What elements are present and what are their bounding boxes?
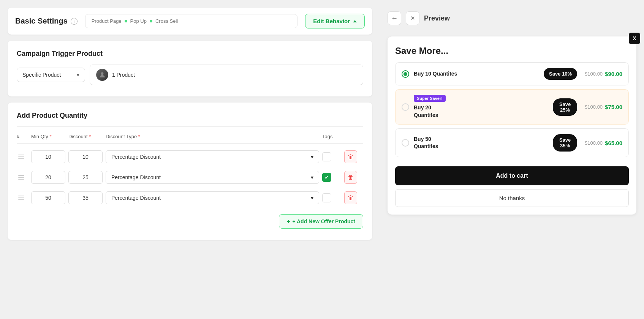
- price-group-2: $100.00 $75.00: [585, 104, 622, 110]
- edit-behavior-label: Edit Behavior: [313, 18, 350, 24]
- offer-info-3: Buy 50Quantites: [414, 136, 548, 150]
- add-to-cart-button[interactable]: Add to cart: [395, 166, 629, 185]
- original-price-2: $100.00: [585, 104, 603, 110]
- table-row: Percentage Discount ▾ 🗑: [17, 167, 363, 188]
- discounted-price-3: $65.00: [605, 140, 622, 146]
- save-badge-2: Save25%: [553, 98, 577, 116]
- back-button[interactable]: ←: [388, 11, 401, 25]
- drag-line: [18, 175, 24, 176]
- offer-row-2[interactable]: Super Saver! Buy 20Quantites Save25% $10…: [395, 89, 629, 125]
- discount-input-1[interactable]: [68, 150, 103, 163]
- discount-type-label-1: Percentage Discount: [111, 154, 161, 160]
- discount-type-label-3: Percentage Discount: [111, 195, 161, 201]
- dot-icon-2: [150, 20, 152, 22]
- original-price-3: $100.00: [585, 140, 603, 146]
- breadcrumb-cross-sell: Cross Sell: [155, 18, 178, 24]
- col-min-qty: Min Qty *: [31, 134, 65, 139]
- breadcrumb-pop-up: Pop Up: [130, 18, 147, 24]
- discounted-price-1: $90.00: [605, 71, 622, 77]
- chevron-down-icon: ▾: [311, 174, 313, 180]
- offer-row-1[interactable]: Buy 10 Quantites Save 10% $100.00 $90.00: [395, 62, 629, 85]
- discount-type-label-2: Percentage Discount: [111, 174, 161, 180]
- table-row: Percentage Discount ▾ 🗑: [17, 188, 363, 208]
- offer-info-2: Super Saver! Buy 20Quantites: [414, 95, 548, 119]
- product-count-label: 1 Product: [112, 72, 135, 78]
- close-button[interactable]: X: [629, 33, 640, 44]
- add-new-offer-product-button[interactable]: + + Add New Offer Product: [279, 214, 363, 229]
- drag-line: [18, 177, 24, 178]
- drag-handle[interactable]: [17, 194, 28, 202]
- table-row: Percentage Discount ▾ 🗑: [17, 147, 363, 167]
- drag-line: [18, 197, 24, 198]
- info-icon[interactable]: i: [71, 18, 78, 25]
- avatar: [96, 69, 108, 81]
- min-qty-input-1[interactable]: [31, 150, 65, 163]
- preview-title: Preview: [424, 14, 450, 22]
- specific-product-dropdown[interactable]: Specific Product ▾: [17, 68, 85, 82]
- campaign-trigger-title: Campaign Trigger Product: [17, 50, 363, 58]
- discount-input-2[interactable]: [68, 171, 103, 184]
- col-tags: Tags: [322, 134, 341, 139]
- super-saver-badge: Super Saver!: [414, 95, 446, 102]
- min-qty-input-3[interactable]: [31, 191, 65, 204]
- header-bar: Basic Settings i Product Page Pop Up Cro…: [8, 8, 372, 35]
- chevron-down-icon: ▾: [77, 72, 79, 78]
- col-discount: Discount *: [68, 134, 103, 139]
- radio-button-3[interactable]: [402, 139, 409, 147]
- breadcrumb-product-page: Product Page: [92, 18, 122, 24]
- price-group-3: $100.00 $65.00: [585, 140, 622, 146]
- offer-label-1: Buy 10 Quantites: [414, 70, 539, 78]
- discount-input-3[interactable]: [68, 191, 103, 204]
- offer-info-1: Buy 10 Quantites: [414, 70, 539, 78]
- tag-checkbox-1[interactable]: [322, 152, 331, 161]
- drag-line: [18, 155, 24, 155]
- radio-button-1[interactable]: [402, 70, 409, 78]
- tag-checkbox-2[interactable]: [322, 173, 331, 182]
- col-hash: #: [17, 134, 28, 139]
- chevron-up-icon: [353, 20, 357, 22]
- save-badge-1: Save 10%: [544, 68, 577, 80]
- trigger-row: Specific Product ▾ 1 Product: [17, 65, 363, 85]
- col-discount-type: Discount Type *: [106, 134, 319, 139]
- chevron-down-icon: ▾: [311, 154, 313, 160]
- drag-line: [18, 158, 24, 159]
- offer-label-2: Buy 20Quantites: [414, 104, 548, 119]
- plus-icon: +: [287, 218, 290, 224]
- delete-button-3[interactable]: 🗑: [344, 191, 357, 204]
- offer-row-3[interactable]: Buy 50Quantites Save35% $100.00 $65.00: [395, 128, 629, 157]
- tag-checkbox-3[interactable]: [322, 193, 331, 202]
- drag-line: [18, 199, 24, 200]
- drag-line: [18, 179, 24, 180]
- edit-behavior-button[interactable]: Edit Behavior: [305, 14, 365, 28]
- discount-type-dropdown-2[interactable]: Percentage Discount ▾: [106, 171, 319, 184]
- min-qty-input-2[interactable]: [31, 171, 65, 184]
- delete-button-2[interactable]: 🗑: [344, 171, 357, 184]
- chevron-down-icon: ▾: [311, 195, 313, 201]
- table-header: # Min Qty * Discount * Discount Type * T…: [17, 130, 363, 144]
- add-product-label: + Add New Offer Product: [292, 218, 355, 224]
- discount-type-dropdown-1[interactable]: Percentage Discount ▾: [106, 150, 319, 163]
- expand-button[interactable]: ✕: [406, 11, 419, 25]
- radio-button-2[interactable]: [402, 103, 409, 111]
- campaign-trigger-section: Campaign Trigger Product Specific Produc…: [8, 41, 372, 96]
- discounted-price-2: $75.00: [605, 104, 622, 110]
- svg-point-0: [101, 72, 104, 75]
- add-product-quantity-section: Add Product Quantity # Min Qty * Discoun…: [8, 103, 372, 240]
- dropdown-label: Specific Product: [22, 72, 61, 78]
- offer-label-3: Buy 50Quantites: [414, 136, 548, 150]
- product-pill: 1 Product: [90, 65, 363, 85]
- right-panel: ← ✕ Preview X Save More... Buy 10 Quanti…: [380, 0, 644, 319]
- save-more-title: Save More...: [395, 46, 629, 56]
- dot-icon: [125, 20, 127, 22]
- delete-button-1[interactable]: 🗑: [344, 150, 357, 163]
- drag-line: [18, 156, 24, 157]
- discount-type-dropdown-3[interactable]: Percentage Discount ▾: [106, 191, 319, 204]
- drag-handle[interactable]: [17, 174, 28, 181]
- basic-settings-label: Basic Settings: [15, 17, 68, 25]
- breadcrumb: Product Page Pop Up Cross Sell: [85, 14, 297, 28]
- no-thanks-button[interactable]: No thanks: [395, 189, 629, 207]
- preview-card: X Save More... Buy 10 Quantites Save 10%…: [388, 36, 636, 215]
- divider: [17, 126, 363, 127]
- drag-handle[interactable]: [17, 153, 28, 161]
- drag-line: [18, 196, 24, 196]
